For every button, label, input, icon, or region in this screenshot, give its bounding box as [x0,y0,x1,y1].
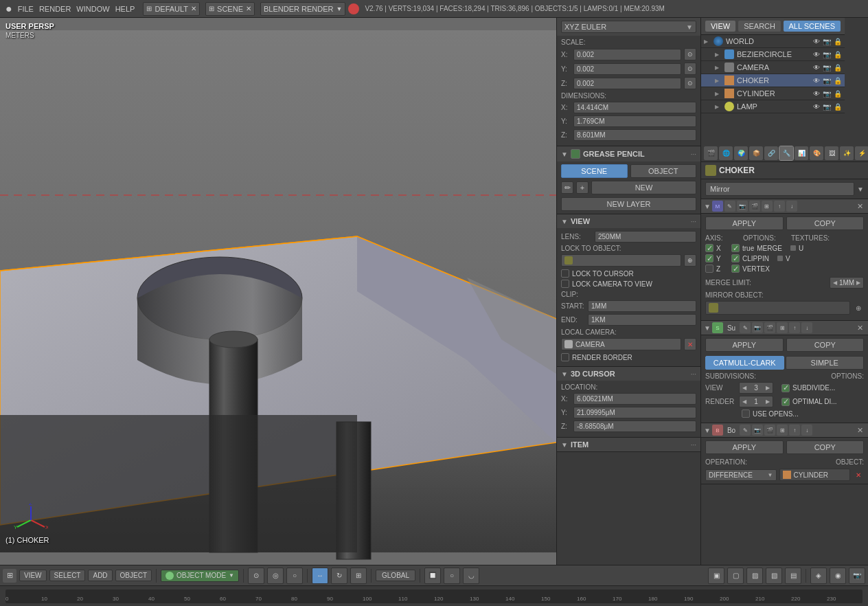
boolean-render-icon[interactable]: 🎬 [764,425,775,436]
cursor-options[interactable]: ··· [691,370,696,378]
outliner-view-btn[interactable]: VIEW [705,21,735,32]
timeline-bar[interactable]: 0102030405060708090100110120130140150160… [5,590,863,603]
mirror-y-checkbox[interactable]: ✓ [705,254,713,262]
boolean-expand-icon[interactable]: ▼ [704,427,711,434]
merge-limit-field[interactable]: ◀ 1MM ▶ [830,277,864,289]
subsurf-apply-button[interactable]: APPLY [705,338,784,352]
global-transform-dropdown[interactable]: GLOBAL [376,570,415,581]
mirror-down-icon[interactable]: ↓ [786,201,797,212]
mirror-merge-checkbox[interactable]: ✓ [731,244,740,252]
select-menu-btn[interactable]: SELECT [49,570,86,581]
bezier-lock[interactable]: 🔒 [834,51,842,58]
texture-props-icon[interactable]: 🖼 [825,146,838,160]
use-opens-checkbox[interactable] [742,409,750,418]
boolean-apply-button[interactable]: APPLY [705,440,784,454]
mirror-edit-icon[interactable]: ✎ [724,201,735,212]
grease-pencil-object-btn[interactable]: OBJECT [630,164,697,178]
grease-pencil-expand[interactable]: ▼ [561,150,568,158]
boolean-close-icon[interactable]: ✕ [854,425,865,436]
scene-dropdown[interactable]: ⊞ SCENE ✕ [205,2,255,16]
lamp-lock[interactable]: 🔒 [834,103,842,111]
view-menu-btn[interactable]: VIEW [19,570,47,581]
xyz-euler-dropdown[interactable]: XYZ EULER ▼ [561,21,696,33]
dim-x-input[interactable]: 14.414CM [573,102,696,113]
choker-lock[interactable]: 🔒 [834,77,842,85]
outliner-item-lamp[interactable]: ▶ LAMP 👁 📷 🔒 [701,100,845,113]
subsurf-close-icon[interactable]: ✕ [854,322,865,333]
mirror-up-icon[interactable]: ↑ [774,201,785,212]
object-menu-btn[interactable]: OBJECT [115,570,152,581]
mirror-apply-button[interactable]: APPLY [705,216,784,230]
clip-end-input[interactable]: 1KM [588,314,696,326]
pivot-individual-icon[interactable]: ⊙ [248,568,264,584]
world-render[interactable]: 📷 [823,38,831,45]
item-expand[interactable]: ▼ [561,441,568,449]
grease-pencil-new-layer-btn[interactable]: NEW LAYER [561,197,696,211]
pivot-median-icon[interactable]: ◎ [267,568,284,584]
grease-pencil-header[interactable]: ▼ GREASE PENCIL ··· [557,146,700,161]
pencil-icon[interactable]: ✏ [561,181,573,194]
render-mode-texture-icon[interactable]: ▨ [746,568,763,584]
render-mode-wire-icon[interactable]: ▢ [727,568,744,584]
grease-pencil-scene-btn[interactable]: SCENE [561,164,628,178]
menu-render[interactable]: RENDER [39,5,71,13]
boolean-camera-icon[interactable]: 📷 [752,425,763,436]
cylinder-lock[interactable]: 🔒 [834,90,842,98]
boolean-copy-button[interactable]: COPY [786,440,865,454]
pick-icon[interactable]: ⊕ [684,254,696,267]
view-options[interactable]: ··· [691,218,696,225]
boolean-up-icon[interactable]: ↑ [789,425,800,436]
grease-pencil-options[interactable]: ··· [691,150,696,158]
world-visibility[interactable]: 👁 [813,38,820,45]
transform-header[interactable]: XYZ EULER ▼ [557,18,700,36]
dim-z-input[interactable]: 8.601MM [573,129,696,141]
scale-x-btn[interactable]: ⊙ [684,48,696,60]
viewport[interactable]: USER PERSP METERS (1) CHOKER X Y Z [0,18,556,565]
cursor-x-input[interactable]: 6.00621MM [573,393,696,405]
bool-object-close-icon[interactable]: ✕ [853,469,864,480]
choker-visibility[interactable]: 👁 [813,77,820,85]
viewport-menu-icon[interactable]: ⊞ [3,569,16,583]
add-modifier-button[interactable]: Mirror [705,182,854,196]
view-expand[interactable]: ▼ [561,218,568,225]
outliner-item-cylinder[interactable]: ▶ CYLINDER 👁 📷 🔒 [701,87,845,100]
mirror-expand2-icon[interactable]: ⊞ [762,201,773,212]
scene-props-icon[interactable]: 🌐 [719,146,733,160]
add-modifier-dropdown-icon[interactable]: ▼ [857,186,864,193]
mirror-camera-icon[interactable]: 📷 [737,201,748,212]
mirror-object-pick-icon[interactable]: ⊕ [853,302,864,313]
bool-operation-dropdown[interactable]: DIFFERENCE ▼ [705,469,777,481]
all-scenes-btn[interactable]: ALL SCENES [784,21,841,32]
mirror-object-field[interactable] [705,301,850,315]
camera-lock[interactable]: 🔒 [834,64,842,71]
view-inc[interactable]: ▶ [766,385,770,391]
subsurf-down-icon[interactable]: ↓ [801,322,812,333]
transform-grab-icon[interactable]: ↔ [312,568,328,584]
render-border-checkbox[interactable] [561,353,569,361]
menu-file[interactable]: FILE [18,5,34,13]
engine-dropdown[interactable]: BLENDER RENDER ▼ [260,2,345,16]
subsurf-edit-icon[interactable]: ✎ [740,322,751,333]
mirror-x-checkbox[interactable]: ✓ [705,244,713,252]
subsurf-expand2-icon[interactable]: ⊞ [777,322,788,333]
constraint-props-icon[interactable]: 🔗 [764,146,778,160]
cursor-z-input[interactable]: -8.68508μM [573,420,696,432]
transform-rotate-icon[interactable]: ↻ [331,568,347,584]
bezier-render[interactable]: 📷 [823,51,831,58]
mirror-u-checkbox[interactable] [790,245,796,251]
mirror-clippin-checkbox[interactable]: ✓ [731,254,740,262]
render-mode-material-icon[interactable]: ▧ [766,568,782,584]
menu-help[interactable]: HELP [115,5,135,13]
boolean-edit-icon[interactable]: ✎ [740,425,751,436]
snap-icon[interactable]: 🔲 [424,568,441,584]
grease-pencil-checkbox[interactable] [571,149,580,159]
subsurf-render-icon[interactable]: 🎬 [764,322,775,333]
lock-camera-checkbox[interactable] [561,280,569,288]
camera-view-icon[interactable]: 📷 [849,568,865,584]
render-mode-solid-icon[interactable]: ▣ [708,568,724,584]
subsurf-expand-icon[interactable]: ▼ [704,324,711,332]
subdiv-view-field[interactable]: ◀ 3 ▶ [739,382,773,394]
camera-visibility[interactable]: 👁 [813,64,820,71]
overlay-icon[interactable]: ◈ [810,568,827,584]
scale-z-input[interactable]: 0.002 [573,78,681,89]
